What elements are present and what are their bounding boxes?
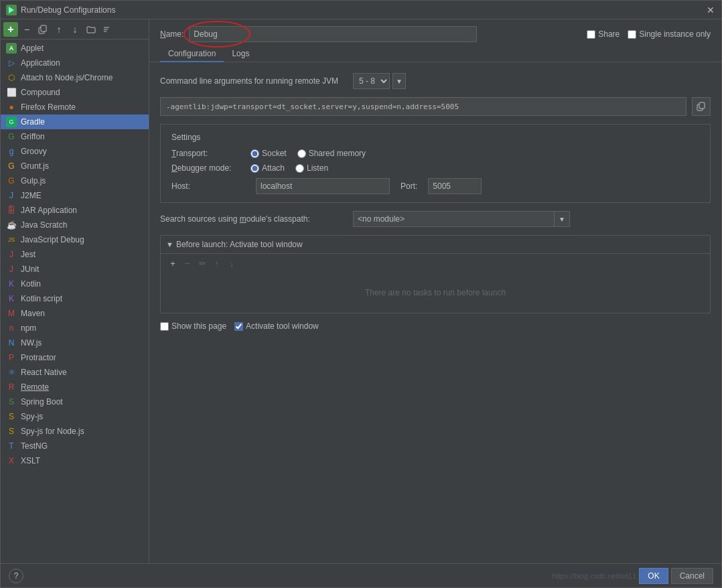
sidebar-item-firefox[interactable]: ●Firefox Remote bbox=[1, 100, 149, 115]
share-checkbox-label[interactable]: Share bbox=[587, 29, 620, 39]
sidebar-item-griffon[interactable]: GGriffon bbox=[1, 129, 149, 144]
host-label: Host: bbox=[171, 181, 245, 191]
j2me-icon: J bbox=[6, 190, 17, 201]
sidebar-item-gradle[interactable]: GGradle bbox=[1, 115, 149, 129]
share-label: Share bbox=[598, 29, 620, 39]
title-bar: Run/Debug Configurations ✕ bbox=[1, 1, 721, 19]
sidebar-item-jar[interactable]: 🗄JAR Application bbox=[1, 203, 149, 218]
socket-radio-option[interactable]: Socket bbox=[250, 149, 287, 158]
single-instance-checkbox-label[interactable]: Single instance only bbox=[628, 29, 711, 39]
spy-js-node-icon: S bbox=[6, 426, 17, 437]
copy-cmd-button[interactable] bbox=[692, 97, 711, 116]
name-row: Name: Share Single instance only bbox=[149, 19, 721, 46]
sidebar-item-spy-js-node[interactable]: SSpy-js for Node.js bbox=[1, 424, 149, 439]
before-launch-remove-button[interactable]: − bbox=[181, 256, 194, 270]
before-launch-edit-button[interactable]: ✏ bbox=[196, 256, 209, 270]
version-dropdown-arrow[interactable]: ▼ bbox=[392, 73, 406, 89]
sidebar-item-maven[interactable]: MMaven bbox=[1, 306, 149, 321]
before-launch-down-button[interactable]: ↓ bbox=[225, 256, 238, 270]
shared-memory-radio[interactable] bbox=[297, 149, 306, 158]
remove-configuration-button[interactable]: − bbox=[19, 22, 34, 37]
socket-radio[interactable] bbox=[250, 149, 259, 158]
sidebar-item-applet[interactable]: AApplet bbox=[1, 41, 149, 56]
sidebar-item-gulpjs[interactable]: GGulp.js bbox=[1, 173, 149, 188]
debugger-mode-label: Debugger mode: bbox=[171, 163, 245, 173]
module-select[interactable] bbox=[353, 211, 554, 227]
help-button[interactable]: ? bbox=[9, 569, 23, 583]
watermark-text: https://blog.csdn.net/nd11 bbox=[552, 572, 636, 580]
sidebar-item-gruntjs[interactable]: GGrunt.js bbox=[1, 159, 149, 173]
move-up-button[interactable]: ↑ bbox=[52, 22, 66, 37]
sidebar-item-kotlin[interactable]: KKotlin bbox=[1, 277, 149, 291]
attach-radio[interactable] bbox=[250, 164, 259, 173]
folder-button[interactable] bbox=[84, 22, 98, 37]
sidebar-item-groovy[interactable]: gGroovy bbox=[1, 144, 149, 159]
griffon-icon: G bbox=[6, 131, 17, 142]
before-launch-up-button[interactable]: ↑ bbox=[210, 256, 224, 270]
shared-memory-radio-option[interactable]: Shared memory bbox=[297, 149, 366, 158]
sidebar-item-junit[interactable]: JJUnit bbox=[1, 262, 149, 277]
application-icon: ▷ bbox=[6, 58, 17, 68]
sidebar-item-spy-js[interactable]: SSpy-js bbox=[1, 409, 149, 424]
host-input[interactable] bbox=[256, 178, 390, 194]
compound-label: Compound bbox=[21, 88, 60, 97]
tab-configuration[interactable]: Configuration bbox=[160, 46, 224, 62]
name-input[interactable] bbox=[189, 26, 477, 42]
sidebar-item-j2me[interactable]: JJ2ME bbox=[1, 188, 149, 203]
module-row: Search sources using module's classpath:… bbox=[160, 211, 711, 227]
sidebar-item-spring-boot[interactable]: SSpring Boot bbox=[1, 394, 149, 409]
sort-button[interactable] bbox=[100, 22, 115, 37]
single-instance-label: Single instance only bbox=[639, 29, 711, 39]
before-launch-arrow[interactable]: ▼ bbox=[166, 240, 173, 248]
name-annotation bbox=[189, 26, 477, 42]
sidebar-item-jest[interactable]: JJest bbox=[1, 247, 149, 262]
sidebar-item-js-debug[interactable]: JSJavaScript Debug bbox=[1, 232, 149, 247]
protractor-label: Protractor bbox=[21, 353, 56, 362]
move-down-button[interactable]: ↓ bbox=[68, 22, 82, 37]
ok-button[interactable]: OK bbox=[639, 568, 668, 584]
gradle-label: Gradle bbox=[21, 117, 45, 127]
gulpjs-label: Gulp.js bbox=[21, 176, 46, 186]
maven-label: Maven bbox=[21, 309, 45, 318]
cmd-line-input[interactable] bbox=[160, 97, 687, 116]
listen-radio-option[interactable]: Listen bbox=[295, 163, 328, 173]
sidebar-item-npm[interactable]: nnpm bbox=[1, 321, 149, 336]
single-instance-checkbox[interactable] bbox=[628, 30, 636, 39]
kotlin-script-label: Kotlin script bbox=[21, 294, 62, 303]
sidebar-item-react-native[interactable]: ⚛React Native bbox=[1, 365, 149, 380]
port-input[interactable] bbox=[428, 178, 482, 194]
close-button[interactable]: ✕ bbox=[705, 5, 716, 15]
sidebar-item-testng[interactable]: TTestNG bbox=[1, 439, 149, 453]
tab-logs[interactable]: Logs bbox=[224, 46, 257, 62]
sidebar-item-nwjs[interactable]: NNW.js bbox=[1, 336, 149, 350]
shared-memory-label: Shared memory bbox=[309, 149, 366, 158]
attach-radio-option[interactable]: Attach bbox=[250, 163, 285, 173]
sidebar-item-application[interactable]: ▷Application bbox=[1, 56, 149, 70]
show-page-checkbox[interactable] bbox=[160, 322, 169, 331]
activate-window-checkbox[interactable] bbox=[234, 322, 243, 331]
react-native-icon: ⚛ bbox=[6, 367, 17, 378]
sidebar-item-kotlin-script[interactable]: KKotlin script bbox=[1, 291, 149, 306]
module-dropdown-button[interactable]: ▼ bbox=[554, 211, 570, 227]
listen-radio[interactable] bbox=[295, 164, 304, 173]
add-configuration-button[interactable]: + Add New Configuration bbox=[3, 22, 18, 37]
version-dropdown[interactable]: 5 - 8 9+ bbox=[353, 73, 390, 89]
transport-radio-group: Socket Shared memory bbox=[250, 149, 366, 158]
bottom-left: ? bbox=[9, 569, 23, 583]
nwjs-label: NW.js bbox=[21, 338, 42, 348]
sidebar-item-xslt[interactable]: XXSLT bbox=[1, 453, 149, 468]
window-title: Run/Debug Configurations bbox=[21, 5, 705, 15]
activate-window-checkbox-label[interactable]: Activate tool window bbox=[234, 321, 319, 331]
share-checkbox[interactable] bbox=[587, 30, 595, 39]
before-launch-add-button[interactable]: + bbox=[166, 256, 179, 270]
sidebar-item-compound[interactable]: ⬜Compound bbox=[1, 85, 149, 100]
cancel-button[interactable]: Cancel bbox=[671, 568, 713, 584]
before-launch-toolbar: + − ✏ ↑ ↓ bbox=[161, 254, 710, 273]
remote-icon: R bbox=[6, 382, 17, 392]
sidebar-item-remote[interactable]: RRemote bbox=[1, 380, 149, 394]
sidebar-item-attach[interactable]: ⬡Attach to Node.js/Chrome bbox=[1, 70, 149, 85]
sidebar-item-protractor[interactable]: PProtractor bbox=[1, 350, 149, 365]
copy-configuration-button[interactable] bbox=[35, 22, 50, 37]
sidebar-item-java-scratch[interactable]: ☕Java Scratch bbox=[1, 218, 149, 232]
show-page-checkbox-label[interactable]: Show this page bbox=[160, 321, 226, 331]
